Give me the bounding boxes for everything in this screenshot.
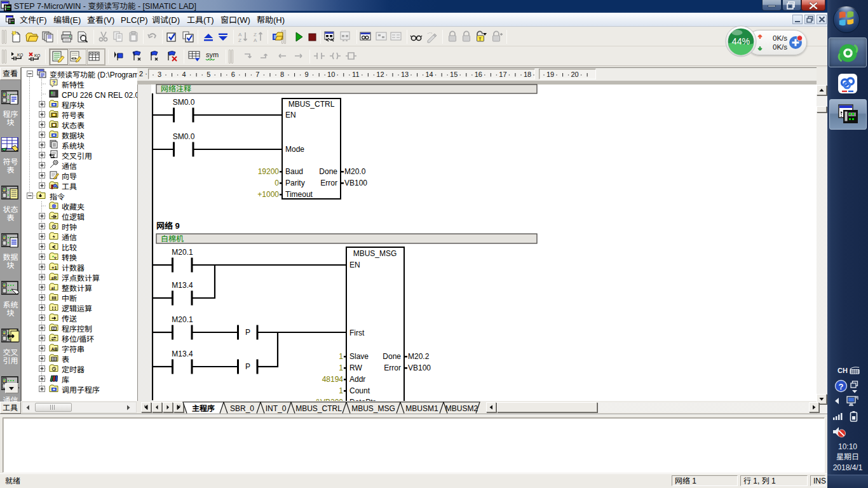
svg-text:5: 5: [207, 71, 210, 78]
svg-text:19: 19: [546, 71, 554, 78]
svg-text:VB100: VB100: [408, 363, 431, 372]
svg-text:20: 20: [571, 71, 578, 78]
svg-text:13: 13: [401, 71, 409, 78]
svg-text:6: 6: [231, 71, 235, 78]
svg-text:Parity: Parity: [285, 179, 305, 187]
svg-text:1: 1: [339, 386, 343, 395]
svg-text:MBUS_MSG: MBUS_MSG: [351, 404, 395, 413]
svg-text:P: P: [245, 362, 250, 371]
svg-text:MBUS_CTRL: MBUS_CTRL: [288, 100, 335, 109]
svg-text:0K/s: 0K/s: [773, 34, 787, 42]
svg-text:M20.1: M20.1: [172, 248, 193, 257]
svg-text:3: 3: [158, 71, 161, 78]
svg-text:15: 15: [450, 71, 458, 78]
svg-text:AB: AB: [51, 347, 58, 351]
svg-text:0K/s: 0K/s: [773, 43, 787, 51]
svg-text:Timeout: Timeout: [285, 190, 313, 199]
svg-text:11: 11: [352, 71, 359, 78]
svg-text:M13.4: M13.4: [172, 281, 193, 290]
svg-text:8: 8: [280, 71, 284, 78]
svg-text:Done: Done: [383, 352, 401, 361]
svg-text:MBUSM1: MBUSM1: [405, 404, 438, 413]
svg-text:±I: ±I: [51, 286, 55, 290]
svg-text:KO: KO: [17, 53, 23, 57]
svg-text:Z: Z: [254, 32, 257, 37]
svg-text:Z: Z: [238, 37, 241, 43]
svg-text:14: 14: [425, 71, 433, 78]
svg-text:1: 1: [339, 352, 343, 361]
svg-text:Count: Count: [349, 386, 370, 395]
svg-text:44%: 44%: [732, 36, 750, 46]
svg-text:±R: ±R: [51, 276, 57, 280]
svg-text:主程序: 主程序: [192, 404, 215, 413]
svg-text:?: ?: [839, 382, 844, 391]
svg-text:EN: EN: [285, 111, 296, 119]
svg-text:?: ?: [52, 79, 56, 86]
svg-text:SM0.0: SM0.0: [173, 132, 195, 141]
svg-text:First: First: [349, 329, 365, 337]
svg-text:RW: RW: [349, 363, 362, 372]
svg-text:Baud: Baud: [285, 167, 303, 176]
svg-text:Error: Error: [320, 179, 337, 187]
svg-text:10: 10: [327, 71, 335, 78]
svg-text:M20.1: M20.1: [172, 315, 193, 324]
svg-text:+1: +1: [51, 265, 57, 271]
svg-text:7: 7: [255, 71, 259, 78]
svg-text:SM0.0: SM0.0: [173, 98, 195, 107]
svg-text:SBR_0: SBR_0: [230, 404, 254, 413]
svg-text:17: 17: [499, 71, 506, 78]
svg-text:VB100: VB100: [344, 179, 367, 187]
svg-text:Slave: Slave: [349, 352, 369, 361]
svg-text:EN: EN: [349, 261, 360, 269]
svg-text:A: A: [254, 37, 257, 43]
svg-text:sym: sym: [206, 51, 219, 58]
svg-text:9: 9: [305, 71, 309, 78]
svg-text:M13.4: M13.4: [172, 349, 193, 358]
svg-text:MBUS_CTRL: MBUS_CTRL: [295, 404, 342, 413]
svg-text:Addr: Addr: [349, 375, 365, 384]
svg-text:Done: Done: [319, 167, 337, 176]
svg-text:M20.2: M20.2: [408, 352, 430, 361]
svg-text:网络 9: 网络 9: [156, 221, 180, 231]
svg-text:A: A: [238, 32, 242, 37]
svg-text:1: 1: [339, 363, 343, 372]
svg-text:12: 12: [376, 71, 384, 78]
svg-text:+1000: +1000: [257, 190, 279, 199]
svg-text:白棉机: 白棉机: [161, 234, 184, 243]
svg-text:Mode: Mode: [285, 145, 304, 154]
svg-text:MBUSM2: MBUSM2: [445, 404, 478, 413]
svg-text:16: 16: [475, 71, 482, 78]
svg-text:MBUS_MSG: MBUS_MSG: [353, 249, 397, 258]
svg-text:P: P: [245, 328, 250, 337]
svg-text:M20.0: M20.0: [344, 167, 366, 176]
svg-text:网络注释: 网络注释: [161, 85, 191, 93]
svg-text:4: 4: [182, 71, 186, 78]
svg-text:Error: Error: [384, 363, 401, 372]
svg-text:T: T: [478, 37, 482, 41]
svg-text:19200: 19200: [258, 167, 280, 176]
svg-text:48194: 48194: [322, 375, 344, 384]
svg-text:0: 0: [275, 179, 279, 187]
svg-text:KO: KO: [34, 53, 40, 58]
svg-text:INT_0: INT_0: [266, 404, 287, 413]
svg-text:18: 18: [524, 71, 531, 78]
